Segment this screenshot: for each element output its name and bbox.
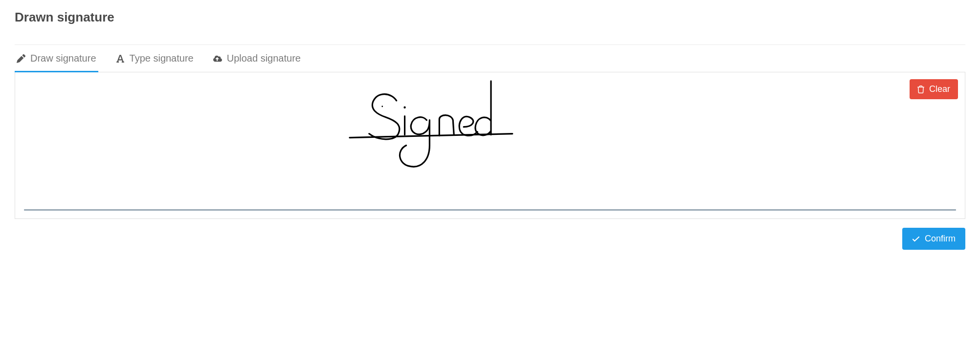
tab-label: Draw signature bbox=[30, 53, 96, 64]
tab-label: Type signature bbox=[130, 53, 194, 64]
tab-draw-signature[interactable]: Draw signature bbox=[15, 45, 98, 72]
footer-actions: Confirm bbox=[15, 219, 965, 250]
confirm-button-label: Confirm bbox=[925, 234, 956, 244]
signature-baseline bbox=[24, 209, 956, 211]
tab-upload-signature[interactable]: Upload signature bbox=[211, 45, 303, 72]
font-icon bbox=[116, 54, 125, 63]
signature-draw-area[interactable]: Clear bbox=[15, 72, 965, 219]
clear-button[interactable]: Clear bbox=[910, 79, 958, 99]
signature-tabs: Draw signature Type signature Upload sig… bbox=[15, 45, 965, 72]
tab-type-signature[interactable]: Type signature bbox=[114, 45, 196, 72]
tab-label: Upload signature bbox=[227, 53, 301, 64]
drawn-signature-canvas bbox=[15, 72, 965, 218]
cloud-upload-icon bbox=[213, 54, 222, 63]
pencil-icon bbox=[17, 54, 25, 63]
clear-button-label: Clear bbox=[929, 84, 950, 94]
trash-icon bbox=[917, 86, 924, 93]
page-title: Drawn signature bbox=[15, 10, 965, 25]
check-icon bbox=[912, 236, 920, 242]
svg-point-1 bbox=[403, 107, 405, 109]
svg-point-0 bbox=[381, 106, 383, 107]
confirm-button[interactable]: Confirm bbox=[902, 228, 965, 250]
